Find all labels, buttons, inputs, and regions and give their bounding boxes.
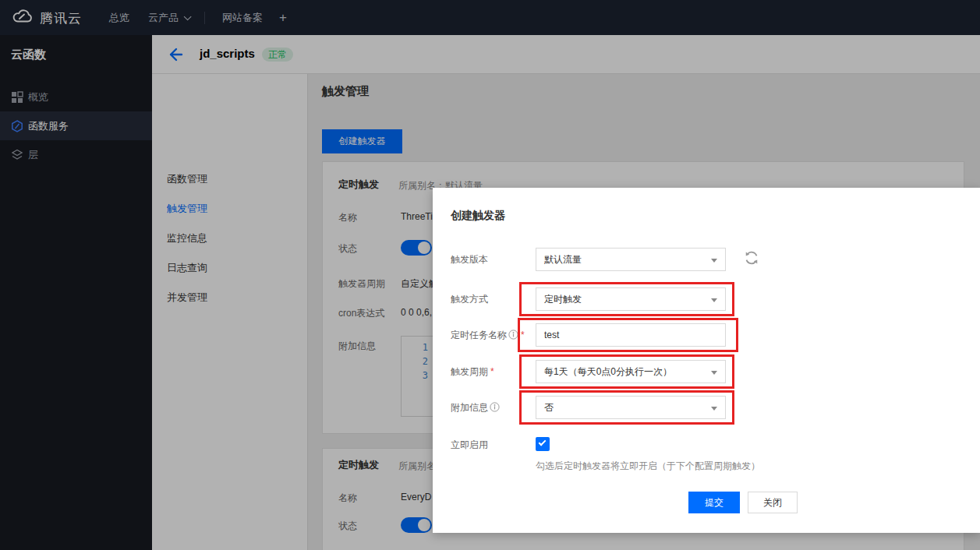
label-trigger-period: 触发周期* [451,365,494,379]
extra-info-select[interactable]: 否 [536,396,726,419]
label-trigger-method: 触发方式 [451,293,488,306]
select-value: 每1天（每天0点0分执行一次） [544,366,672,377]
info-icon [490,402,500,414]
required-asterisk: * [490,366,494,377]
caret-down-icon [711,407,717,411]
refresh-icon[interactable] [743,249,760,266]
caret-down-icon [711,298,717,302]
close-button[interactable]: 关闭 [748,492,798,513]
label-enable-now: 立即启用 [451,439,488,452]
enable-now-helper: 勾选后定时触发器将立即开启（于下个配置周期触发） [536,460,760,473]
label-task-name: 定时任务名称* [451,329,525,342]
trigger-method-select[interactable]: 定时触发 [536,287,726,311]
select-value: 定时触发 [544,294,582,305]
label-extra-info: 附加信息 [451,401,500,414]
submit-button[interactable]: 提交 [688,492,740,513]
info-icon [508,330,518,342]
label-trigger-version: 触发版本 [451,253,488,266]
required-asterisk: * [521,330,525,340]
select-value: 默认流量 [544,254,582,265]
enable-now-checkbox[interactable] [536,437,550,451]
modal-title: 创建触发器 [451,209,505,223]
create-trigger-modal: 创建触发器 触发版本 默认流量 触发方式 定时触发 定时任务名称* [433,188,980,533]
trigger-period-select[interactable]: 每1天（每天0点0分执行一次） [536,360,726,383]
caret-down-icon [711,371,717,375]
app-window: 腾讯云 总览 云产品 网站备案 + 云函数 概览 [0,0,980,550]
caret-down-icon [711,259,717,263]
task-name-input[interactable] [536,323,726,347]
select-value: 否 [544,402,554,413]
check-icon [539,439,547,446]
trigger-version-select[interactable]: 默认流量 [536,248,726,271]
